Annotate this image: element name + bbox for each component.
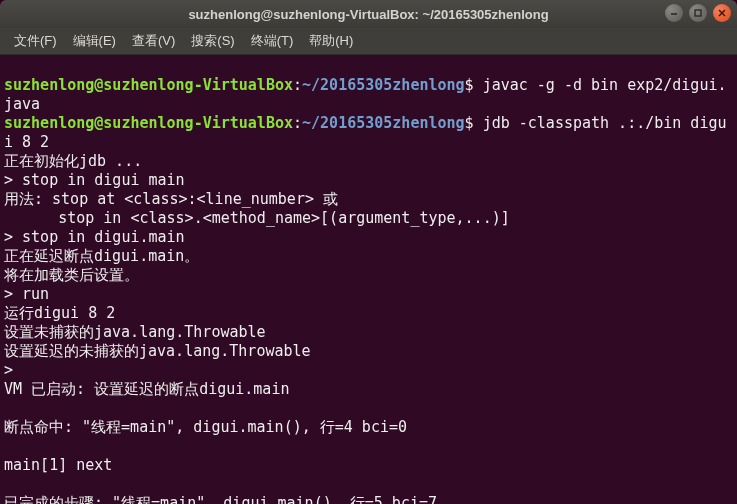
term-line: 设置延迟的未捕获的java.lang.Throwable <box>4 342 311 360</box>
term-line: 用法: stop at <class>:<line_number> 或 <box>4 190 338 208</box>
menu-file[interactable]: 文件(F) <box>6 28 65 54</box>
menu-help[interactable]: 帮助(H) <box>301 28 361 54</box>
prompt-userhost-2: suzhenlong@suzhenlong-VirtualBox <box>4 114 293 132</box>
maximize-button[interactable] <box>689 4 707 22</box>
cmd1b: java <box>4 95 40 113</box>
prompt-symbol: $ <box>465 76 474 94</box>
term-line: stop in <class>.<method_name>[(argument_… <box>4 209 510 227</box>
menu-terminal[interactable]: 终端(T) <box>243 28 302 54</box>
term-line: > <box>4 361 22 379</box>
term-line: 将在加载类后设置。 <box>4 266 139 284</box>
term-line: VM 已启动: 设置延迟的断点digui.main <box>4 380 289 398</box>
window-buttons <box>665 4 731 22</box>
term-line: > stop in digui main <box>4 171 185 189</box>
terminal-output[interactable]: suzhenlong@suzhenlong-VirtualBox:~/20165… <box>0 55 737 504</box>
term-line: 设置未捕获的java.lang.Throwable <box>4 323 266 341</box>
term-line: 运行digui 8 2 <box>4 304 115 322</box>
minimize-button[interactable] <box>665 4 683 22</box>
title-bar: suzhenlong@suzhenlong-VirtualBox: ~/2016… <box>0 0 737 28</box>
cmd1a: javac -g -d bin exp2/digui. <box>483 76 727 94</box>
prompt-sep: : <box>293 76 302 94</box>
term-line: > run <box>4 285 49 303</box>
term-line: 正在初始化jdb ... <box>4 152 142 170</box>
term-line: > stop in digui.main <box>4 228 185 246</box>
prompt-path: ~/20165305zhenlong <box>302 76 465 94</box>
term-line: 断点命中: "线程=main", digui.main(), 行=4 bci=0 <box>4 418 407 436</box>
menu-bar: 文件(F) 编辑(E) 查看(V) 搜索(S) 终端(T) 帮助(H) <box>0 28 737 55</box>
term-line: 正在延迟断点digui.main。 <box>4 247 199 265</box>
menu-edit[interactable]: 编辑(E) <box>65 28 124 54</box>
close-button[interactable] <box>713 4 731 22</box>
menu-view[interactable]: 查看(V) <box>124 28 183 54</box>
menu-search[interactable]: 搜索(S) <box>183 28 242 54</box>
term-line: main[1] next <box>4 456 112 474</box>
svg-rect-1 <box>695 10 701 16</box>
cmd2b: i 8 2 <box>4 133 49 151</box>
prompt-userhost: suzhenlong@suzhenlong-VirtualBox <box>4 76 293 94</box>
term-line: 已完成的步骤: "线程=main", digui.main(), 行=5 bci… <box>4 494 437 504</box>
window-title: suzhenlong@suzhenlong-VirtualBox: ~/2016… <box>188 7 548 22</box>
cmd2a: jdb -classpath .:./bin digu <box>483 114 727 132</box>
